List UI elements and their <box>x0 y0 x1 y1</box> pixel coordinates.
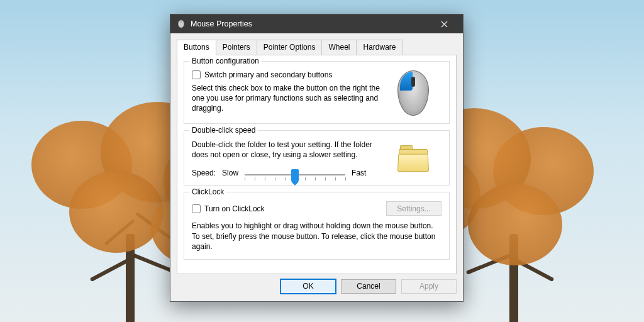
button-config-description: Select this check box to make the button… <box>192 83 380 114</box>
clicklock-description: Enables you to highlight or drag without… <box>192 221 441 252</box>
group-title-clicklock: ClickLock <box>189 187 226 196</box>
clicklock-checkbox[interactable] <box>192 204 201 213</box>
switch-buttons-label[interactable]: Switch primary and secondary buttons <box>192 70 385 79</box>
tab-strip: Buttons Pointers Pointer Options Wheel H… <box>177 39 457 55</box>
tab-buttons[interactable]: Buttons <box>177 40 216 55</box>
speed-label: Speed: <box>192 169 216 177</box>
group-button-configuration: Button configuration Switch primary and … <box>184 61 450 124</box>
tab-page-buttons: Button configuration Switch primary and … <box>177 55 457 274</box>
group-clicklock: ClickLock Turn on ClickLock Settings... … <box>184 192 450 260</box>
tab-pointers[interactable]: Pointers <box>216 40 257 55</box>
double-click-description: Double-click the folder to test your set… <box>192 140 385 160</box>
clicklock-text: Turn on ClickLock <box>204 204 265 213</box>
window-title: Mouse Properties <box>191 19 434 28</box>
group-double-click-speed: Double-click speed Double-click the fold… <box>184 130 450 186</box>
ok-button[interactable]: OK <box>280 279 336 294</box>
double-click-speed-slider[interactable] <box>245 170 345 175</box>
tab-pointer-options[interactable]: Pointer Options <box>257 40 323 55</box>
close-icon <box>441 21 448 28</box>
mouse-icon <box>177 19 186 28</box>
tab-wheel[interactable]: Wheel <box>321 40 357 55</box>
group-title-double-click: Double-click speed <box>189 126 258 135</box>
fast-label: Fast <box>352 169 366 177</box>
desktop-wallpaper: Mouse Properties Buttons Pointers Pointe… <box>0 0 644 322</box>
group-title-button-config: Button configuration <box>189 57 262 65</box>
close-button[interactable] <box>434 14 459 33</box>
slider-thumb[interactable] <box>291 169 299 182</box>
apply-button: Apply <box>401 279 457 294</box>
switch-buttons-text: Switch primary and secondary buttons <box>204 70 332 79</box>
switch-buttons-checkbox[interactable] <box>192 70 201 79</box>
clicklock-settings-button: Settings... <box>386 201 441 216</box>
tab-hardware[interactable]: Hardware <box>356 40 402 55</box>
mouse-illustration <box>397 70 429 116</box>
dialog-button-row: OK Cancel Apply <box>177 274 457 295</box>
titlebar[interactable]: Mouse Properties <box>170 14 463 33</box>
cancel-button[interactable]: Cancel <box>341 279 396 294</box>
slow-label: Slow <box>222 169 238 177</box>
clicklock-label[interactable]: Turn on ClickLock <box>192 204 265 213</box>
double-click-test-folder[interactable] <box>397 145 429 172</box>
mouse-properties-dialog: Mouse Properties Buttons Pointers Pointe… <box>170 14 464 302</box>
